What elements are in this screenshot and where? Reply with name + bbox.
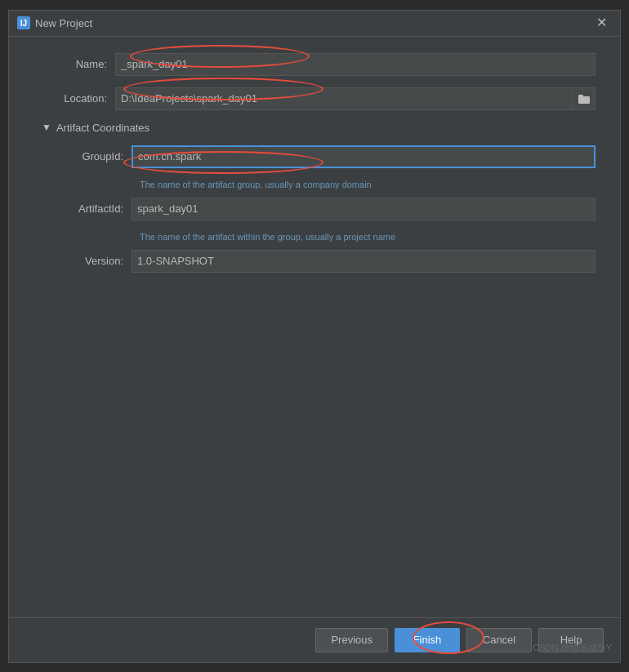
dialog-title: New Project: [35, 17, 92, 29]
name-input[interactable]: [115, 53, 596, 76]
folder-icon: [578, 94, 590, 104]
name-label: Name:: [33, 58, 115, 70]
dialog-content: Name: Location: ▼ Artifact Coordinates: [9, 37, 620, 617]
version-label: Version:: [50, 255, 132, 267]
app-icon: IJ: [17, 16, 30, 29]
svg-rect-0: [578, 96, 590, 104]
groupid-label: GroupId:: [50, 150, 132, 162]
artifactid-hint: The name of the artifact within the grou…: [50, 232, 596, 242]
version-input[interactable]: [132, 250, 596, 273]
version-row: Version:: [50, 250, 596, 273]
location-input-group: [115, 87, 596, 110]
previous-button[interactable]: Previous: [315, 628, 388, 652]
finish-button[interactable]: Finish: [395, 628, 460, 652]
location-input[interactable]: [115, 87, 573, 110]
new-project-dialog: IJ New Project ✕ Name: Location:: [8, 10, 621, 663]
groupid-input[interactable]: [132, 145, 596, 168]
cancel-button[interactable]: Cancel: [466, 628, 532, 652]
browse-button[interactable]: [573, 87, 596, 110]
artifact-section-header: ▼ Artifact Coordinates: [33, 122, 596, 134]
collapse-arrow-icon[interactable]: ▼: [42, 122, 51, 133]
artifactid-input[interactable]: [132, 198, 596, 220]
artifactid-label: ArtifactId:: [50, 202, 132, 215]
location-label: Location:: [33, 92, 115, 105]
groupid-hint: The name of the artifact group, usually …: [50, 180, 596, 189]
watermark: CSDN @快乐咸鱼Y: [533, 642, 612, 654]
artifact-section-content: GroupId: The name of the artifact group,…: [33, 145, 596, 273]
title-bar: IJ New Project ✕: [9, 11, 620, 37]
close-button[interactable]: ✕: [591, 15, 612, 31]
title-bar-left: IJ New Project: [17, 16, 92, 29]
groupid-row: GroupId:: [50, 145, 596, 168]
name-row: Name:: [33, 53, 596, 76]
section-title: Artifact Coordinates: [56, 122, 149, 134]
location-row: Location:: [33, 87, 596, 110]
svg-rect-1: [578, 95, 583, 97]
dialog-footer: Previous Finish Cancel Help: [9, 617, 620, 662]
artifactid-row: ArtifactId:: [50, 198, 596, 220]
